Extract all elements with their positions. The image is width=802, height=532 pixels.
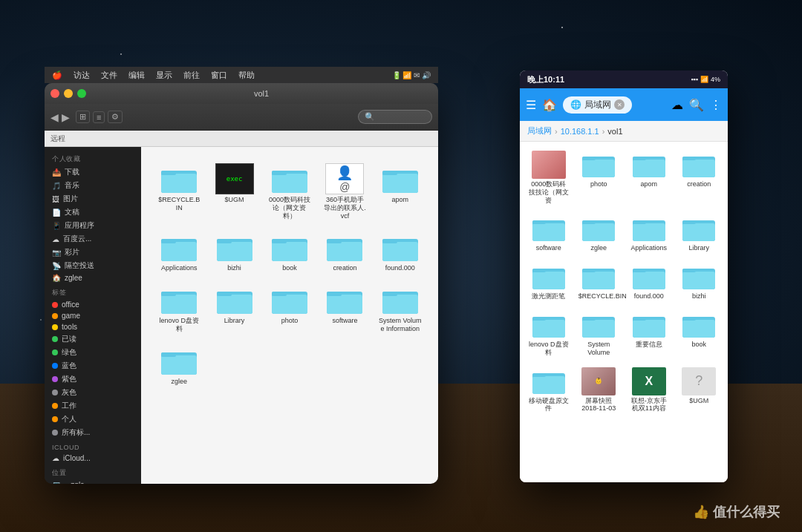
file-item-360contact[interactable]: 👤 @ 360手机助手导出的联系人.vcf: [320, 160, 369, 223]
apple-menu[interactable]: 🍎: [52, 70, 62, 80]
cloud-sync-icon[interactable]: ☁: [671, 98, 683, 112]
file-name: zglee: [171, 378, 187, 386]
sidebar-item-applications[interactable]: 📱应用程序: [45, 219, 140, 232]
phone-file-lenovo[interactable]: lenovo D盘资料: [526, 308, 572, 360]
breadcrumb-vol1[interactable]: vol1: [607, 127, 622, 136]
menu-finder[interactable]: 访达: [74, 70, 90, 81]
sidebar-tag-game[interactable]: game: [45, 310, 140, 321]
sidebar-item-documents[interactable]: 📄文稿: [45, 206, 140, 219]
sidebar-item-baidu[interactable]: ☁百度云...: [45, 232, 140, 246]
menu-window[interactable]: 窗口: [211, 70, 227, 81]
sidebar-tag-green[interactable]: 绿色: [45, 346, 140, 359]
search-box[interactable]: 🔍: [358, 110, 432, 124]
sidebar-location-0[interactable]: 💻...zgle...: [45, 479, 140, 484]
more-options-icon[interactable]: ⋮: [710, 98, 722, 112]
file-item-book[interactable]: book: [265, 229, 314, 275]
phone-file-applications[interactable]: Applications: [626, 211, 672, 255]
home-icon[interactable]: 🏠: [542, 98, 557, 112]
action-button[interactable]: ⚙: [108, 111, 123, 123]
sidebar-tag-office[interactable]: office: [45, 299, 140, 310]
sidebar-item-music[interactable]: 🎵音乐: [45, 179, 140, 192]
file-item-ugm[interactable]: exec $UGM: [209, 160, 258, 223]
svg-rect-52: [532, 223, 565, 241]
network-icon: 🌐: [570, 99, 581, 110]
file-item-apom[interactable]: apom: [376, 160, 425, 223]
phone-file-ugm[interactable]: ? $UGM: [677, 364, 723, 416]
breadcrumb-sep-1: ›: [555, 127, 558, 136]
svg-rect-35: [327, 292, 342, 296]
signal-icon: ▪▪▪: [691, 76, 698, 83]
sidebar-item-airdrop[interactable]: 📡隔空投送: [45, 259, 140, 272]
file-item-zglee[interactable]: zglee: [154, 342, 203, 389]
sidebar-tag-all[interactable]: 所有标...: [45, 426, 140, 439]
sidebar-tag-yidu[interactable]: 已读: [45, 332, 140, 346]
breadcrumb-ip[interactable]: 10.168.1.1: [561, 127, 599, 136]
phone-file-software[interactable]: software: [526, 211, 572, 255]
file-item-creation[interactable]: creation: [320, 229, 369, 275]
sidebar-tag-purple[interactable]: 紫色: [45, 372, 140, 386]
phone-file-library[interactable]: Library: [677, 211, 723, 255]
phone-file-creation[interactable]: creation: [677, 148, 723, 207]
file-item-applications[interactable]: Applications: [154, 229, 203, 275]
svg-rect-25: [161, 295, 197, 314]
sidebar-item-zglee[interactable]: 🏠zglee: [45, 272, 140, 283]
search-icon[interactable]: 🔍: [689, 98, 704, 112]
phone-file-zglee[interactable]: zglee: [576, 211, 622, 255]
menu-help[interactable]: 帮助: [238, 70, 255, 81]
file-item-library[interactable]: Library: [209, 281, 258, 336]
svg-rect-55: [582, 223, 615, 241]
phone-file-bizhi[interactable]: bizhi: [677, 260, 723, 303]
sidebar-icloud[interactable]: ☁iCloud...: [45, 453, 140, 464]
sidebar-item-pictures[interactable]: 🖼图片: [45, 192, 140, 206]
forward-button[interactable]: ▶: [62, 111, 70, 123]
phone-file-name: photo: [590, 180, 607, 188]
maximize-button[interactable]: [77, 89, 86, 98]
minimize-button[interactable]: [64, 89, 73, 98]
nav-close-button[interactable]: ✕: [614, 99, 625, 110]
phone-file-important[interactable]: 重要信息: [626, 308, 672, 360]
mac-menubar: 🍎 访达 文件 编辑 显示 前往 窗口 帮助 🔋 📶 ✉ 🔊: [45, 67, 438, 83]
sidebar-tag-gray[interactable]: 灰色: [45, 386, 140, 399]
menu-go[interactable]: 前往: [183, 70, 200, 81]
arrange-button[interactable]: ≡: [93, 111, 105, 123]
file-item-0000[interactable]: 0000数码科技论（网文资料）: [265, 160, 314, 223]
sidebar-tag-tools[interactable]: tools: [45, 321, 140, 332]
phone-file-recycle[interactable]: $RECYCLE.BIN: [576, 260, 622, 303]
file-item-recycle[interactable]: $RECYCLE.BIN: [154, 160, 203, 223]
phone-file-found[interactable]: found.000: [626, 260, 672, 303]
phone-file-name: 移动硬盘原文件: [528, 397, 569, 413]
file-item-found[interactable]: found.000: [376, 229, 425, 275]
phone-file-hdd[interactable]: 移动硬盘原文件: [526, 364, 572, 416]
phone-file-excel[interactable]: X 联想-京东手机双11内容: [626, 364, 672, 416]
phone-file-photo[interactable]: photo: [576, 148, 622, 207]
close-button[interactable]: [50, 89, 59, 98]
phone-file-screenshot[interactable]: 👶 屏幕快照2018-11-03: [576, 364, 622, 416]
sidebar-item-caipian[interactable]: 📷彩片: [45, 246, 140, 259]
svg-rect-31: [272, 295, 307, 314]
phone-folder-icon: [682, 263, 716, 291]
file-item-svi[interactable]: System Volume Information: [376, 281, 425, 336]
view-icon-button[interactable]: ⊞: [76, 111, 90, 123]
phone-file-jiguang[interactable]: 激光测距笔: [526, 260, 572, 303]
svg-rect-71: [633, 269, 646, 272]
phone-file-0000[interactable]: 0000数码科技技论（网文资: [526, 148, 572, 207]
breadcrumb-network[interactable]: 局域网: [527, 125, 552, 137]
phone-file-sysvolume[interactable]: System Volume: [576, 308, 622, 360]
phone-file-apom[interactable]: apom: [626, 148, 672, 207]
sidebar-item-downloads[interactable]: 📥下载: [45, 165, 140, 179]
file-item-software[interactable]: software: [320, 281, 369, 336]
file-item-lenovo[interactable]: lenovo D盘资料: [154, 281, 203, 336]
file-item-bizhi[interactable]: bizhi: [209, 229, 258, 275]
menu-view[interactable]: 显示: [156, 70, 172, 81]
file-item-photo[interactable]: photo: [265, 281, 314, 336]
phone-file-book[interactable]: book: [677, 308, 723, 360]
back-button[interactable]: ◀: [50, 111, 59, 123]
hamburger-menu-icon[interactable]: ☰: [526, 98, 536, 112]
menu-file[interactable]: 文件: [101, 70, 117, 81]
sidebar-tag-personal[interactable]: 个人: [45, 413, 140, 426]
sidebar-tag-work[interactable]: 工作: [45, 399, 140, 413]
phone-file-content: 0000数码科技技论（网文资 photo apom: [520, 142, 728, 482]
menu-edit[interactable]: 编辑: [128, 70, 145, 81]
sidebar-tag-blue[interactable]: 蓝色: [45, 359, 140, 372]
file-name: lenovo D盘资料: [157, 317, 200, 333]
